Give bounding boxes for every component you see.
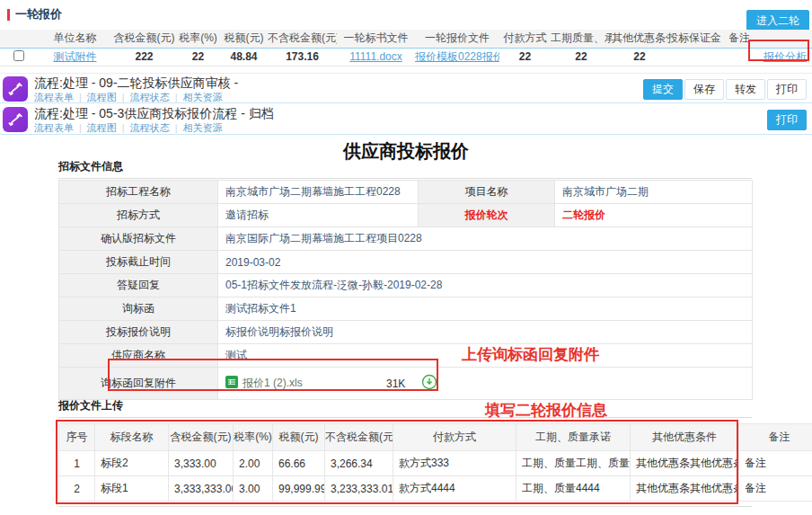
forward-button[interactable]: 转发	[726, 79, 765, 100]
round1-header-row: 单位名称 含税金额(元) 税率(%) 税额(元) 不含税金额(元) 一轮标书文件…	[0, 30, 812, 48]
q2-payment: 款方式4444	[393, 476, 516, 502]
workflow-bar-review: 流程:处理 - 09-二轮投标供应商审核 - 流程表单|流程图|流程状态|相关资…	[0, 73, 812, 103]
deposit-cell	[667, 48, 720, 66]
col-amount-without-tax: 不含税金额(元)	[268, 30, 337, 48]
print-button[interactable]: 打印	[767, 110, 807, 130]
print-button[interactable]: 打印	[767, 79, 807, 100]
wf1-link-form[interactable]: 流程表单	[34, 92, 74, 102]
qcol-other: 其他优惠条件	[631, 424, 739, 451]
quote-doc-cell: 报价模板0228报价2.xls	[415, 48, 499, 66]
wf2-link-form[interactable]: 流程表单	[34, 122, 74, 133]
confirm-doc-value: 南京国际广场二期幕墙施工工程项目0228	[218, 227, 753, 251]
quality-cell: 22	[551, 48, 612, 66]
unit-name-cell: 测试附件	[38, 48, 112, 66]
quote-row-1: 1 标段2 3,333.00 2.00 66.66 3,266.34 款方式33…	[59, 451, 812, 476]
workflow-bar-quote-process: 流程:处理 - 05-3供应商投标报价流程 - 归档 流程表单|流程图|流程状态…	[0, 104, 812, 135]
inquiry-letter-label: 询标函	[59, 297, 218, 321]
quote-header-row: 序号 标段名称 含税金额(元) 税率(%) 税额(元) 不含税金额(元) 付款方…	[59, 424, 812, 451]
bid-info-table: 招标工程名称 南京城市广场二期幕墙施工工程0228 项目名称 南京城市广场二期 …	[58, 180, 753, 400]
row-checkbox[interactable]	[13, 50, 24, 61]
bid-method-label: 招标方式	[59, 204, 218, 227]
wf1-link-diagram[interactable]: 流程图	[87, 92, 117, 102]
round1-quotation-table: 单位名称 含税金额(元) 税率(%) 税额(元) 不含税金额(元) 一轮标书文件…	[0, 30, 812, 67]
qa-reply-label: 答疑回复	[59, 274, 218, 297]
col-deposit: 投标保证金证..	[667, 30, 720, 48]
workflow-actions: 打印	[767, 110, 807, 130]
col-tax-rate: 税率(%)	[176, 30, 220, 48]
wf2-link-diagram[interactable]: 流程图	[87, 122, 117, 133]
other-cell: 22	[612, 48, 667, 66]
supplier-name-label: 供应商名称	[59, 344, 218, 368]
wf1-link-status[interactable]: 流程状态	[130, 92, 170, 102]
excel-file-icon	[225, 376, 238, 391]
page-title-text: 一轮报价	[15, 6, 62, 22]
analysis-cell: 报价分析	[758, 48, 812, 66]
section-quote-upload-title: 报价文件上传	[58, 398, 752, 418]
q1-section-name: 标段2	[95, 451, 169, 476]
link-separator: |	[122, 122, 125, 133]
project-name-value: 南京城市广场二期幕墙施工工程0228	[218, 181, 419, 204]
page-title: 一轮报价	[7, 6, 62, 22]
qcol-tax-rate: 税率(%)	[234, 424, 273, 451]
col-unit-name: 单位名称	[38, 30, 112, 48]
workflow-title: 流程:处理 - 09-二轮投标供应商审核 -	[34, 75, 238, 92]
qcol-remark: 备注	[739, 424, 812, 451]
page: 一轮报价 进入二轮 单位名称 含税金额(元) 税率(%) 税额(元) 不含税金额…	[0, 0, 812, 515]
wf2-link-resources[interactable]: 相关资源	[183, 122, 223, 133]
unit-name-link[interactable]: 测试附件	[54, 50, 97, 63]
quote-round-value: 二轮报价	[555, 204, 753, 227]
q2-section-name: 标段1	[95, 476, 169, 502]
col-payment: 付款方式	[499, 30, 551, 48]
col-actions	[758, 30, 812, 48]
workflow-links: 流程表单|流程图|流程状态|相关资源	[34, 121, 223, 135]
qcol-payment: 付款方式	[393, 424, 516, 451]
q1-tax-rate: 2.00	[234, 451, 273, 476]
save-button[interactable]: 保存	[684, 79, 724, 100]
tax-rate-cell: 22	[176, 48, 220, 66]
col-quality: 工期质量、承诺	[551, 30, 612, 48]
round2-quote-table: 序号 标段名称 含税金额(元) 税率(%) 税额(元) 不含税金额(元) 付款方…	[58, 423, 812, 502]
bid-doc-link[interactable]: 11111.docx	[349, 50, 402, 63]
project-name-label: 招标工程名称	[59, 181, 218, 204]
reply-attachment-label: 询标函回复附件	[59, 368, 218, 400]
wf2-link-status[interactable]: 流程状态	[130, 122, 170, 133]
link-separator: |	[122, 92, 125, 102]
q2-remark: 备注	[739, 476, 812, 502]
checkbox-cell	[0, 48, 38, 66]
quote-round-label: 报价轮次	[419, 204, 555, 227]
quote-doc-link[interactable]: 报价模板0228报价2.xls	[415, 50, 499, 63]
q1-other: 其他优惠条其他优惠条333	[631, 451, 739, 476]
bid-doc-cell: 11111.docx	[337, 48, 415, 66]
quote-analysis-link[interactable]: 报价分析	[763, 50, 807, 63]
submit-button[interactable]: 提交	[643, 79, 683, 100]
payment-cell: 22	[499, 48, 551, 66]
link-separator: |	[79, 92, 82, 102]
workflow-title: 流程:处理 - 05-3供应商投标报价流程 - 归档	[34, 106, 274, 122]
qcol-amount-with-tax: 含税金额(元)	[169, 424, 234, 451]
reply-attachment-cell: 报价1 (2).xls 31K	[218, 368, 753, 400]
qcol-index: 序号	[59, 424, 95, 451]
section-bid-info-title: 招标文件信息	[58, 159, 752, 179]
col-amount-with-tax: 含税金额(元)	[112, 30, 176, 48]
quote-upload-section: 报价文件上传	[58, 398, 752, 418]
qcol-tax: 税额(元)	[273, 424, 325, 451]
wf1-link-resources[interactable]: 相关资源	[183, 92, 223, 102]
amount-with-tax-cell: 222	[112, 48, 176, 66]
q2-other: 其他优惠条其他优惠条44	[631, 476, 739, 502]
annotation-upload-reply: 上传询标函回复附件	[462, 344, 599, 365]
col-remark: 备注	[720, 30, 758, 48]
download-icon[interactable]	[421, 374, 437, 393]
item-name-value: 南京城市广场二期	[555, 181, 753, 204]
annotation-fill-round2: 填写二轮报价信息	[485, 400, 607, 421]
quote-table-container: 序号 标段名称 含税金额(元) 税率(%) 税额(元) 不含税金额(元) 付款方…	[58, 423, 812, 502]
col-tax: 税额(元)	[220, 30, 268, 48]
deadline-value: 2019-03-02	[218, 251, 753, 274]
col-quote-doc: 一轮报价文件	[415, 30, 499, 48]
workflow-links: 流程表单|流程图|流程状态|相关资源	[34, 91, 223, 104]
attachment-file-name[interactable]: 报价1 (2).xls	[243, 376, 386, 391]
workflow-icon	[3, 107, 28, 132]
qcol-section-name: 标段名称	[95, 424, 169, 451]
col-bid-doc: 一轮标书文件	[337, 30, 415, 48]
qa-reply-value: 05-1招标文件发放流程-泛微-孙毅-2019-02-28	[218, 274, 753, 297]
attachment-file-size: 31K	[386, 377, 405, 390]
